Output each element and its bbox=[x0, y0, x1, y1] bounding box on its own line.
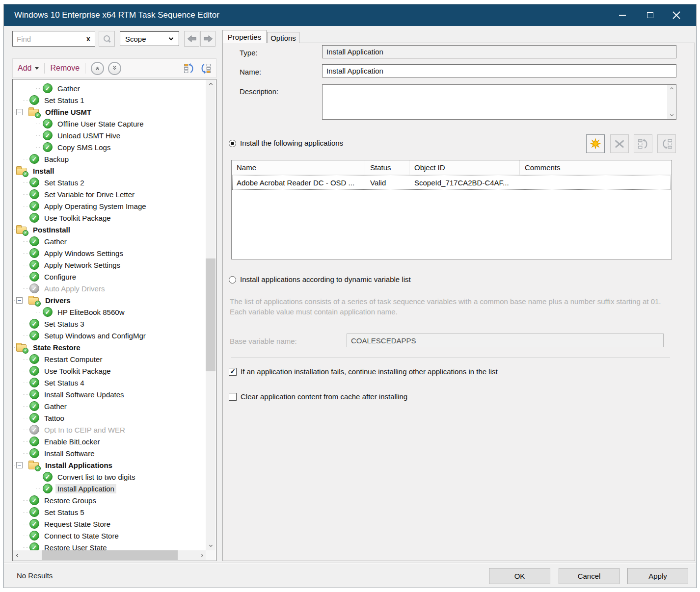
expand-all-button[interactable] bbox=[108, 62, 121, 75]
tree-step-item[interactable]: Use Toolkit Package bbox=[13, 365, 206, 377]
new-application-button[interactable] bbox=[586, 134, 605, 153]
tree-collapse-expander-icon[interactable] bbox=[16, 297, 23, 304]
description-field[interactable] bbox=[323, 85, 666, 119]
checkbox-continue-on-fail[interactable] bbox=[229, 368, 237, 376]
tree-indent bbox=[13, 436, 29, 447]
scroll-down-icon[interactable] bbox=[206, 541, 215, 550]
tree-step-item[interactable]: Configure bbox=[13, 271, 206, 283]
move-step-down-button[interactable] bbox=[199, 62, 211, 74]
window-title: Windows 10 Enterprise x64 RTM Task Seque… bbox=[14, 4, 219, 26]
description-scrollbar[interactable] bbox=[667, 85, 676, 119]
tree-step-item[interactable]: Apply Windows Settings bbox=[13, 247, 206, 259]
vertical-scroll-thumb[interactable] bbox=[206, 258, 215, 371]
tree-group-item[interactable]: Offline USMT bbox=[13, 106, 206, 118]
tab-options[interactable]: Options bbox=[267, 32, 299, 43]
tree-item-label: Copy SMS Logs bbox=[55, 143, 112, 152]
tree-step-item[interactable]: Auto Apply Drivers bbox=[13, 283, 206, 294]
tree-step-item[interactable]: Install Software Updates bbox=[13, 388, 206, 400]
section-separator bbox=[231, 357, 670, 358]
tree-collapse-expander-icon[interactable] bbox=[16, 109, 23, 115]
tab-properties[interactable]: Properties bbox=[222, 30, 267, 43]
tree-step-item[interactable]: Restore Groups bbox=[13, 494, 206, 506]
tree-step-item[interactable]: Connect to State Store bbox=[13, 530, 206, 541]
find-clear-button[interactable]: x bbox=[82, 31, 94, 47]
tree-step-item[interactable]: Set Status 4 bbox=[13, 377, 206, 388]
tree-step-item[interactable]: Unload USMT Hive bbox=[13, 129, 206, 141]
tree-step-item[interactable]: Apply Network Settings bbox=[13, 259, 206, 271]
tree-indent bbox=[13, 506, 29, 518]
tree-group-item[interactable]: Drivers bbox=[13, 294, 206, 306]
type-label: Type: bbox=[240, 49, 258, 57]
tree-step-item[interactable]: Set Status 3 bbox=[13, 318, 206, 330]
horizontal-scroll-thumb[interactable] bbox=[42, 550, 178, 560]
scroll-up-icon[interactable] bbox=[206, 80, 215, 89]
scroll-right-icon[interactable] bbox=[197, 550, 206, 560]
checkbox-clear-cache[interactable] bbox=[229, 393, 237, 401]
column-header[interactable]: Name bbox=[232, 160, 365, 175]
tree-indent bbox=[13, 530, 29, 541]
tree-item-label: PostInstall bbox=[31, 225, 72, 234]
radio-install-following[interactable] bbox=[229, 140, 236, 147]
tree-group-item[interactable]: PostInstall bbox=[13, 224, 206, 235]
tree-step-item[interactable]: Opt In to CEIP and WER bbox=[13, 424, 206, 436]
add-button[interactable]: Add bbox=[18, 64, 39, 73]
tree-step-item[interactable]: Copy SMS Logs bbox=[13, 141, 206, 153]
column-header[interactable]: Status bbox=[365, 160, 409, 175]
tree-step-item[interactable]: Backup bbox=[13, 153, 206, 165]
folder-icon bbox=[16, 168, 27, 175]
close-button[interactable] bbox=[668, 4, 685, 26]
find-previous-button[interactable] bbox=[184, 31, 199, 47]
tree-step-item[interactable]: Tattoo bbox=[13, 412, 206, 424]
tree-step-item[interactable]: Set Variable for Drive Letter bbox=[13, 188, 206, 200]
step-success-icon bbox=[43, 130, 53, 140]
tree-item-label: Gather bbox=[42, 402, 69, 411]
tree-step-item[interactable]: Setup Windows and ConfigMgr bbox=[13, 330, 206, 341]
tree-step-item[interactable]: Enable BitLocker bbox=[13, 436, 206, 447]
tree-step-item[interactable]: Install Application bbox=[13, 483, 206, 494]
collapse-all-button[interactable] bbox=[91, 62, 104, 75]
scroll-up-icon[interactable] bbox=[667, 85, 676, 93]
search-button[interactable] bbox=[99, 31, 115, 47]
tree-step-item[interactable]: Request State Store bbox=[13, 518, 206, 530]
move-step-up-button[interactable] bbox=[183, 62, 195, 74]
apply-button[interactable]: Apply bbox=[627, 568, 688, 584]
tree-indent bbox=[13, 177, 29, 188]
tree-step-item[interactable]: Offline User State Capture bbox=[13, 118, 206, 129]
tree-step-item[interactable]: Set Status 1 bbox=[13, 94, 206, 106]
tree-group-item[interactable]: Install bbox=[13, 165, 206, 177]
tree-step-item[interactable]: HP EliteBook 8560w bbox=[13, 306, 206, 318]
column-header[interactable]: Object ID bbox=[409, 160, 520, 175]
application-row[interactable]: Adobe Acrobat Reader DC - OSD ...ValidSc… bbox=[232, 175, 672, 190]
tree-group-item[interactable]: State Restore bbox=[13, 341, 206, 353]
minimize-button[interactable] bbox=[614, 4, 631, 26]
tree-group-item[interactable]: Install Applications bbox=[13, 459, 206, 471]
tree-step-item[interactable]: Gather bbox=[13, 235, 206, 247]
ok-button[interactable]: OK bbox=[489, 568, 550, 584]
tree-step-item[interactable]: Use Toolkit Package bbox=[13, 212, 206, 224]
radio-dynamic-variable-list[interactable] bbox=[229, 276, 236, 283]
remove-button[interactable]: Remove bbox=[50, 64, 80, 73]
scope-dropdown[interactable]: Scope bbox=[120, 31, 179, 46]
tree-step-item[interactable]: Convert list to two digits bbox=[13, 471, 206, 483]
tree-collapse-expander-icon[interactable] bbox=[16, 462, 23, 468]
tree-vertical-scrollbar[interactable] bbox=[206, 80, 215, 550]
tree-horizontal-scrollbar[interactable] bbox=[13, 550, 206, 560]
tree-step-item[interactable]: Apply Operating System Image bbox=[13, 200, 206, 212]
column-header[interactable]: Comments bbox=[520, 160, 672, 175]
find-next-button[interactable] bbox=[200, 31, 215, 47]
expand-all-icon bbox=[113, 66, 116, 70]
tree-step-item[interactable]: Gather bbox=[13, 400, 206, 412]
name-field[interactable] bbox=[322, 64, 676, 77]
tree-indent bbox=[13, 424, 29, 436]
tree-step-item[interactable]: Install Software bbox=[13, 447, 206, 459]
step-success-icon bbox=[43, 119, 53, 129]
tree-step-item[interactable]: Gather bbox=[13, 82, 206, 94]
scroll-down-icon[interactable] bbox=[667, 111, 676, 119]
tree-step-item[interactable]: Restart Computer bbox=[13, 353, 206, 365]
tree-step-item[interactable]: Set Status 2 bbox=[13, 177, 206, 188]
scroll-left-icon[interactable] bbox=[13, 550, 22, 560]
tree-step-item[interactable]: Set Status 5 bbox=[13, 506, 206, 518]
maximize-button[interactable] bbox=[641, 4, 659, 26]
tree-step-item[interactable]: Restore User State bbox=[13, 541, 206, 550]
cancel-button[interactable]: Cancel bbox=[559, 568, 619, 584]
